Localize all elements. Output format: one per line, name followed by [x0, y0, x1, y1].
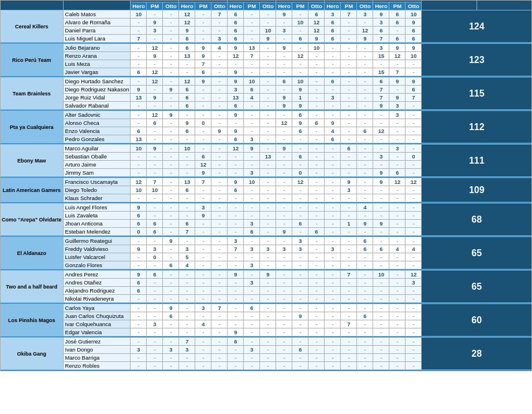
- player-name: Alonso Checa: [63, 119, 131, 127]
- score-cell: 6: [357, 245, 373, 253]
- score-cell: 9: [228, 111, 244, 119]
- score-cell: -: [211, 94, 228, 102]
- score-cell: -: [195, 10, 211, 19]
- score-cell: 6: [228, 102, 244, 110]
- score-cell: -: [341, 354, 357, 362]
- score-cell: -: [131, 320, 147, 328]
- score-cell: -: [357, 153, 373, 161]
- score-cell: -: [260, 135, 276, 143]
- score-cell: -: [276, 169, 292, 177]
- score-cell: -: [228, 60, 244, 68]
- score-cell: -: [228, 304, 244, 312]
- score-cell: -: [211, 237, 228, 245]
- score-cell: -: [147, 161, 163, 169]
- score-cell: -: [325, 169, 341, 177]
- score-cell: -: [357, 320, 373, 328]
- score-cell: -: [325, 161, 341, 169]
- score-cell: 3: [260, 245, 276, 253]
- score-cell: 12: [147, 111, 163, 119]
- score-cell: 6: [373, 77, 389, 86]
- score-cell: -: [131, 338, 147, 346]
- score-cell: -: [405, 220, 422, 228]
- semana1-otto-header: Otto: [163, 2, 179, 10]
- team-cell: Team Brainless: [1, 77, 64, 110]
- score-cell: -: [163, 212, 179, 220]
- score-cell: 3: [147, 245, 163, 253]
- score-cell: 9: [292, 102, 308, 110]
- score-cell: 6: [389, 10, 405, 19]
- semana6-pm-header: PM: [389, 2, 405, 10]
- score-cell: 6: [244, 304, 260, 312]
- score-cell: 6: [357, 312, 373, 320]
- score-cell: -: [325, 354, 341, 362]
- score-cell: -: [373, 253, 389, 261]
- score-cell: 6: [228, 35, 244, 43]
- score-cell: 3: [389, 111, 405, 119]
- score-cell: 15: [373, 68, 389, 76]
- score-cell: -: [276, 354, 292, 362]
- score-cell: 10: [292, 19, 308, 27]
- player-name: Diego Hurtado Sanchez: [63, 77, 131, 86]
- score-cell: -: [389, 27, 405, 35]
- score-cell: 6: [163, 261, 179, 269]
- score-cell: 0: [131, 228, 147, 236]
- accumulated-score: 65: [422, 271, 532, 303]
- score-cell: -: [131, 304, 147, 312]
- score-cell: -: [389, 362, 405, 370]
- score-cell: 9: [373, 102, 389, 110]
- accumulated-score: 123: [422, 44, 532, 76]
- score-cell: 6: [325, 35, 341, 43]
- table-row: Ebony MawMarco Aguilar109-10--129-9---6-…: [1, 145, 532, 153]
- score-cell: 9: [276, 228, 292, 236]
- score-cell: -: [341, 253, 357, 261]
- score-cell: 3: [228, 237, 244, 245]
- score-cell: -: [325, 153, 341, 161]
- score-cell: -: [357, 94, 373, 102]
- score-cell: -: [341, 194, 357, 202]
- score-cell: 6: [195, 153, 211, 161]
- score-cell: 12: [147, 44, 163, 52]
- score-cell: -: [276, 35, 292, 43]
- score-cell: 9: [131, 271, 147, 279]
- score-cell: -: [211, 354, 228, 362]
- score-cell: -: [260, 287, 276, 295]
- score-cell: 7: [373, 94, 389, 102]
- score-cell: -: [163, 60, 179, 68]
- accumulated-score: 28: [422, 338, 532, 370]
- score-cell: -: [147, 10, 163, 19]
- score-cell: -: [325, 362, 341, 370]
- score-cell: -: [308, 287, 325, 295]
- score-cell: -: [228, 279, 244, 287]
- score-cell: -: [357, 228, 373, 236]
- score-cell: -: [357, 194, 373, 202]
- score-cell: -: [244, 354, 260, 362]
- score-cell: -: [357, 253, 373, 261]
- score-cell: -: [373, 228, 389, 236]
- accumulated-score: 65: [422, 237, 532, 269]
- table-row: Okiba GangJosé Gutierrez---7--6---------…: [1, 338, 532, 346]
- score-cell: 9: [179, 27, 195, 35]
- score-cell: -: [195, 312, 211, 320]
- score-cell: -: [373, 135, 389, 143]
- score-cell: -: [389, 86, 405, 94]
- score-cell: 9: [131, 204, 147, 212]
- table-row: Cereal KillersCaleb Matos10--12-76--9-63…: [1, 10, 532, 19]
- score-cell: 9: [244, 145, 260, 153]
- score-cell: -: [163, 119, 179, 127]
- score-cell: -: [244, 204, 260, 212]
- score-cell: -: [308, 295, 325, 303]
- score-cell: 12: [357, 27, 373, 35]
- accumulated-score: 68: [422, 204, 532, 236]
- score-cell: -: [405, 194, 422, 202]
- semana1-pm-header: PM: [147, 2, 163, 10]
- score-cell: -: [163, 354, 179, 362]
- score-cell: -: [325, 186, 341, 194]
- score-cell: -: [292, 194, 308, 202]
- score-cell: -: [163, 362, 179, 370]
- score-cell: -: [179, 320, 195, 328]
- score-cell: -: [211, 135, 228, 143]
- score-cell: 10: [147, 186, 163, 194]
- score-cell: -: [308, 362, 325, 370]
- score-cell: 12: [389, 52, 405, 60]
- score-cell: 9: [195, 44, 211, 52]
